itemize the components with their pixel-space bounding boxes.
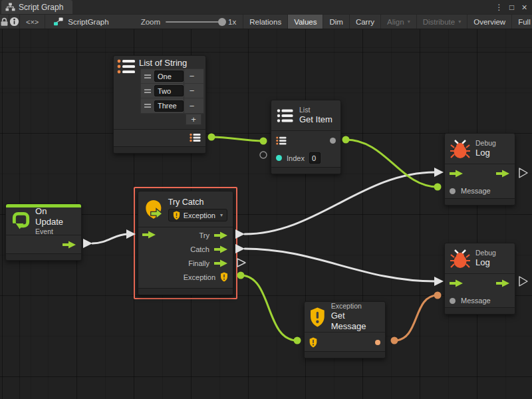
- values-button[interactable]: Values: [288, 15, 323, 29]
- node-try-catch[interactable]: Try Catch Exception ▾: [138, 191, 233, 295]
- exception-output-port[interactable]: [220, 272, 228, 282]
- fullscreen-button[interactable]: Full Screen: [512, 15, 532, 29]
- node-title: On Update: [35, 206, 76, 227]
- drag-handle-icon[interactable]: [141, 89, 154, 93]
- zoom-control: Zoom 1x: [116, 15, 243, 29]
- index-input-port[interactable]: [276, 155, 282, 161]
- drag-handle-icon[interactable]: [141, 74, 154, 78]
- message-output-port[interactable]: [375, 340, 380, 345]
- node-title: Try Catch: [168, 197, 227, 207]
- chevron-down-icon: ▾: [408, 19, 410, 25]
- node-on-update[interactable]: On Update Event: [5, 203, 82, 261]
- window-controls: ⋮ □ ×: [494, 0, 529, 14]
- string-list-editor: − − −: [140, 68, 204, 114]
- graph-canvas[interactable]: List of String − − − +: [0, 29, 532, 399]
- carry-button[interactable]: Carry: [350, 15, 381, 29]
- node-title: Log: [475, 257, 496, 268]
- exit-port[interactable]: [496, 279, 510, 287]
- align-button: Align ▾: [381, 15, 417, 29]
- drag-handle-icon[interactable]: [141, 104, 154, 108]
- message-input-port[interactable]: [450, 298, 456, 304]
- overview-button[interactable]: Overview: [467, 15, 512, 29]
- remove-item-button[interactable]: −: [184, 98, 200, 113]
- node-footer: [445, 198, 515, 205]
- list-output-port[interactable]: [190, 133, 201, 142]
- unconnected-flow-port[interactable]: [519, 168, 527, 178]
- node-list-of-string[interactable]: List of String − − − +: [113, 55, 206, 154]
- node-get-item[interactable]: List Get Item Index: [271, 100, 341, 174]
- unconnected-flow-port[interactable]: [237, 259, 245, 267]
- node-debug-log-bottom[interactable]: Debug Log Message: [444, 243, 515, 315]
- dim-button[interactable]: Dim: [323, 15, 349, 29]
- finally-exit-port[interactable]: [214, 259, 228, 267]
- wire-getmessage-to-message-bottom[interactable]: [394, 295, 438, 340]
- wire-list-to-getitem[interactable]: [211, 137, 263, 141]
- add-item-button[interactable]: +: [186, 114, 201, 125]
- wire-getitem-to-message-top[interactable]: [346, 140, 438, 187]
- finally-label: Finally: [188, 259, 209, 267]
- chevron-down-icon: ▾: [220, 212, 223, 218]
- enter-port[interactable]: [450, 279, 464, 287]
- node-get-message[interactable]: Exception Get Message: [304, 301, 386, 358]
- graph-toolbar: <×> ScriptGraph Zoom 1x Relations Values…: [0, 14, 532, 29]
- list-item-row: −: [141, 98, 203, 113]
- code-icon: <×>: [26, 18, 39, 26]
- exit-port[interactable]: [496, 170, 510, 178]
- wire-catch-to-log-bottom[interactable]: [245, 249, 435, 281]
- close-icon[interactable]: ×: [519, 2, 529, 13]
- fullscreen-label: Full Screen: [518, 18, 532, 26]
- info-icon: [9, 17, 19, 27]
- try-exit-port[interactable]: [214, 231, 228, 239]
- list-input-port[interactable]: [276, 136, 287, 145]
- catch-exit-port[interactable]: [214, 245, 228, 253]
- list-item-input[interactable]: [154, 70, 184, 82]
- exception-type-dropdown[interactable]: Exception ▾: [168, 209, 227, 221]
- list-item-input[interactable]: [154, 85, 184, 96]
- relations-button[interactable]: Relations: [243, 15, 288, 29]
- control-flow-row: [445, 165, 515, 182]
- control-flow-row: [445, 275, 515, 292]
- list-icon: [117, 59, 136, 74]
- wire-onupdate-to-trycatch[interactable]: [92, 234, 128, 243]
- graph-name: ScriptGraph: [68, 18, 108, 26]
- try-label: Try: [200, 231, 209, 239]
- node-debug-log-top[interactable]: Debug Log Message: [444, 133, 515, 205]
- exception-io-row: [305, 333, 385, 351]
- tab-script-graph[interactable]: Script Graph: [1, 0, 72, 14]
- zoom-slider[interactable]: [166, 21, 223, 23]
- node-category: List: [299, 106, 332, 114]
- graph-breadcrumb[interactable]: ScriptGraph: [45, 15, 115, 29]
- unconnected-flow-port[interactable]: [519, 277, 527, 286]
- menu-icon[interactable]: ⋮: [494, 3, 504, 12]
- code-view-button[interactable]: <×>: [20, 15, 45, 29]
- list-item-input[interactable]: [154, 100, 184, 112]
- list-item-row: −: [141, 69, 203, 84]
- values-label: Values: [294, 18, 317, 26]
- node-category: Debug: [475, 249, 496, 257]
- remove-item-button[interactable]: −: [184, 84, 200, 98]
- inspect-button[interactable]: [9, 15, 20, 29]
- index-input-row: Index: [271, 149, 340, 167]
- enter-port[interactable]: [450, 170, 464, 178]
- node-title: Get Message: [331, 311, 380, 332]
- lock-button[interactable]: [0, 15, 9, 29]
- remove-item-button[interactable]: −: [184, 69, 200, 83]
- wire-endpoint: [208, 134, 215, 141]
- wire-exception-to-getmessage[interactable]: [241, 275, 297, 340]
- result-output-port[interactable]: [330, 138, 336, 144]
- exception-port-row: Exception: [138, 270, 233, 284]
- node-footer: [6, 253, 81, 260]
- exit-port[interactable]: [63, 241, 76, 249]
- wire-try-to-log-top[interactable]: [245, 172, 435, 234]
- node-footer: [445, 307, 515, 314]
- list-output-row: [114, 130, 205, 146]
- index-value-input[interactable]: [309, 152, 321, 164]
- exception-input-port[interactable]: [309, 337, 317, 348]
- control-flow-row: [6, 236, 81, 253]
- wire-endpoint: [342, 136, 350, 144]
- message-input-port[interactable]: [450, 188, 456, 194]
- unconnected-value-port[interactable]: [260, 152, 267, 158]
- maximize-icon[interactable]: □: [507, 3, 517, 12]
- zoom-slider-handle[interactable]: [218, 18, 226, 26]
- wire-endpoint: [260, 138, 267, 145]
